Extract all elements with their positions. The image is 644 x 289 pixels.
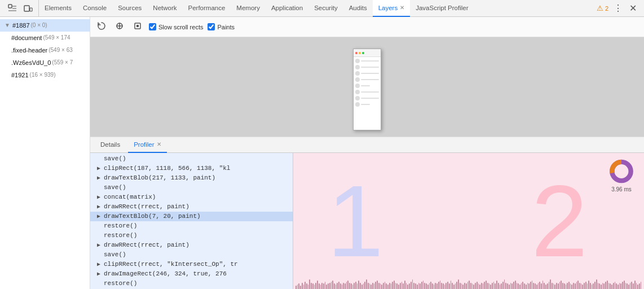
cmd-line-3[interactable]: save() bbox=[90, 183, 293, 192]
layer-item-3[interactable]: .Wz6esVdU_0(559 × 7 bbox=[0, 56, 90, 69]
tab-sources[interactable]: Sources bbox=[112, 0, 147, 17]
preview-row bbox=[355, 71, 379, 76]
timeline-bar bbox=[530, 282, 531, 289]
cmd-line-9[interactable]: ▶drawRRect(rrect, paint) bbox=[90, 240, 293, 250]
layer-item-4[interactable]: #1921(16 × 939) bbox=[0, 69, 90, 81]
timeline-bar bbox=[627, 283, 628, 289]
cmd-line-13[interactable]: restore() bbox=[90, 279, 293, 288]
timeline-bar bbox=[481, 283, 482, 289]
timeline-bar bbox=[628, 284, 629, 289]
profiler-commands-panel[interactable]: save()▶clipRect(187, 1118, 566, 1138, "k… bbox=[90, 153, 293, 289]
cmd-line-4[interactable]: ▶concat(matrix) bbox=[90, 192, 293, 202]
svg-rect-0 bbox=[8, 5, 12, 8]
timeline-bar bbox=[625, 283, 627, 289]
timeline-bar bbox=[519, 284, 521, 289]
timeline-bar bbox=[527, 283, 528, 289]
timeline-bar bbox=[418, 283, 420, 289]
timeline-bar bbox=[570, 283, 571, 289]
tab-network[interactable]: Network bbox=[147, 0, 182, 17]
timeline-bar bbox=[435, 283, 436, 289]
timeline-bar bbox=[486, 281, 487, 289]
timeline-bar bbox=[417, 284, 418, 289]
tab-layers[interactable]: Layers✕ bbox=[373, 0, 411, 17]
slow-scroll-checkbox-label[interactable]: Slow scroll rects bbox=[149, 23, 203, 30]
rotate-button[interactable] bbox=[131, 20, 144, 34]
cmd-line-12[interactable]: ▶drawImageRect(246, 324, true, 276 bbox=[90, 269, 293, 279]
timeline-bar bbox=[364, 282, 365, 289]
main-content: ▼#1887(0 × 0)#document(549 × 174.fixed-h… bbox=[0, 17, 644, 289]
close-profiler-tab-icon[interactable]: ✕ bbox=[157, 141, 161, 147]
timeline-bar bbox=[576, 282, 577, 289]
layer-item-1[interactable]: #document(549 × 174 bbox=[0, 32, 90, 44]
cmd-line-8[interactable]: restore() bbox=[90, 231, 293, 240]
tab-performance[interactable]: Performance bbox=[183, 0, 231, 17]
paints-checkbox[interactable] bbox=[208, 23, 215, 30]
timeline-bar bbox=[385, 282, 386, 289]
cmd-text: restore() bbox=[104, 279, 137, 288]
timeline-bar bbox=[309, 279, 310, 289]
timeline-bar bbox=[532, 281, 533, 289]
layer-item-0[interactable]: ▼#1887(0 × 0) bbox=[0, 19, 90, 32]
tab-audits[interactable]: Audits bbox=[343, 0, 373, 17]
cmd-line-0[interactable]: save() bbox=[90, 154, 293, 164]
timeline-bar bbox=[306, 283, 307, 289]
preview-header bbox=[354, 49, 381, 57]
preview-avatar bbox=[355, 59, 360, 63]
close-tab-icon[interactable]: ✕ bbox=[400, 5, 404, 11]
cmd-line-7[interactable]: restore() bbox=[90, 221, 293, 231]
timeline-bar bbox=[314, 284, 315, 289]
tab-security[interactable]: Security bbox=[308, 0, 343, 17]
cmd-text: drawTextBlob(217, 1133, paint) bbox=[104, 173, 215, 183]
timeline-bar bbox=[592, 284, 593, 289]
tab-memory[interactable]: Memory bbox=[231, 0, 266, 17]
timeline-bar bbox=[479, 284, 480, 289]
cmd-text: save() bbox=[104, 154, 126, 164]
cmd-line-2[interactable]: ▶drawTextBlob(217, 1133, paint) bbox=[90, 173, 293, 183]
pan-button[interactable] bbox=[113, 20, 126, 34]
layer-item-2[interactable]: .fixed-header(549 × 63 bbox=[0, 44, 90, 56]
layer-name: #document bbox=[11, 33, 42, 43]
more-options-button[interactable]: ⋮ bbox=[612, 2, 624, 15]
preview-line bbox=[361, 98, 379, 99]
tab-elements[interactable]: Elements bbox=[39, 0, 77, 17]
timeline-bar bbox=[434, 284, 435, 289]
responsive-icon[interactable] bbox=[21, 3, 35, 14]
cmd-line-5[interactable]: ▶drawRRect(rrect, paint) bbox=[90, 202, 293, 212]
timeline-bar bbox=[464, 283, 465, 289]
tab-javascript-profiler[interactable]: JavaScript Profiler bbox=[410, 0, 474, 17]
tab-details[interactable]: Details bbox=[95, 137, 126, 153]
timeline-bar bbox=[620, 283, 621, 289]
timeline-bar bbox=[538, 283, 539, 289]
inspect-icon[interactable] bbox=[6, 3, 19, 14]
cmd-line-1[interactable]: ▶clipRect(187, 1118, 566, 1138, "kl bbox=[90, 164, 293, 173]
cmd-line-11[interactable]: ▶clipRRect(rrect, "kIntersect_Op", tr bbox=[90, 260, 293, 269]
timeline-bar bbox=[541, 283, 542, 289]
timeline-bar bbox=[518, 283, 519, 289]
profiler-timeline: 1 2 3.96 ms bbox=[293, 153, 644, 289]
timeline-bar bbox=[633, 283, 634, 289]
cmd-text: save() bbox=[104, 250, 126, 260]
close-devtools-button[interactable]: ✕ bbox=[628, 2, 638, 15]
cmd-line-10[interactable]: save() bbox=[90, 250, 293, 260]
timeline-bar bbox=[487, 283, 488, 289]
tab-profiler[interactable]: Profiler ✕ bbox=[128, 137, 166, 153]
timeline-bar bbox=[624, 281, 625, 289]
tab-application[interactable]: Application bbox=[266, 0, 308, 17]
preview-rows bbox=[354, 57, 381, 110]
timeline-bar bbox=[412, 279, 413, 289]
timeline-bar bbox=[536, 284, 537, 289]
reset-transform-button[interactable] bbox=[95, 20, 108, 34]
toolbar-right: ⚠ 2 ⋮ ✕ bbox=[597, 2, 642, 15]
timeline-bar bbox=[545, 284, 546, 289]
timeline-bar bbox=[349, 283, 350, 289]
timeline-bar bbox=[392, 282, 393, 289]
timeline-bar bbox=[404, 281, 405, 289]
timeline-bar bbox=[587, 283, 588, 289]
timeline-bar bbox=[533, 283, 534, 289]
cmd-text: restore() bbox=[104, 231, 137, 240]
tab-console[interactable]: Console bbox=[77, 0, 112, 17]
paints-checkbox-label[interactable]: Paints bbox=[208, 23, 235, 30]
cmd-line-6[interactable]: ▶drawTextBlob(7, 20, paint) bbox=[90, 212, 293, 221]
slow-scroll-checkbox[interactable] bbox=[149, 23, 156, 30]
warning-icon: ⚠ bbox=[597, 4, 603, 12]
